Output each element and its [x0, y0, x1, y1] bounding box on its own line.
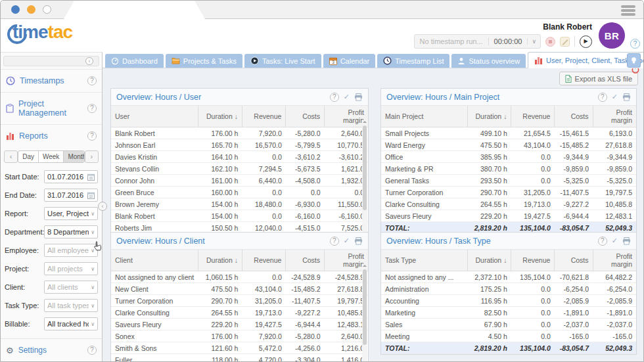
sidebar-collapse-bar[interactable]: ‹ [3, 56, 99, 66]
sidebar-item-reports[interactable]: Reports? [1, 124, 102, 147]
column-header-profit-margin[interactable]: Profit margin [593, 106, 636, 127]
help-icon[interactable]: ? [630, 39, 640, 49]
check-icon[interactable]: ✓ [612, 93, 618, 101]
period-option-week[interactable]: Week [38, 151, 63, 162]
vertical-scrollbar[interactable] [362, 263, 367, 362]
column-header-main-project[interactable]: Main Project [381, 106, 468, 127]
help-circle-icon[interactable]: ? [87, 76, 97, 85]
column-header-user[interactable]: User [111, 106, 198, 127]
scroll-up-icon[interactable] [363, 265, 367, 267]
help-circle-icon[interactable]: ? [87, 346, 97, 355]
next-period-button[interactable]: › [85, 150, 99, 163]
table-row: Fuller118.00 h4,720.0-3,304.01,416.0 [111, 354, 368, 362]
row-value: 118.00 h [198, 354, 242, 362]
help-circle-icon[interactable]: ? [87, 131, 97, 141]
hamburger-menu-icon[interactable] [621, 4, 635, 17]
column-header-duration[interactable]: Duration ↓ [468, 250, 511, 271]
lightbulb-icon [630, 57, 637, 65]
help-circle-icon[interactable]: ? [330, 237, 339, 246]
print-icon[interactable] [354, 93, 363, 101]
column-header-costs[interactable]: Costs [286, 250, 325, 271]
project-select[interactable]: All projects∨ [44, 262, 98, 275]
print-icon[interactable] [354, 237, 363, 245]
tab-tasks-live-start[interactable]: Tasks: Live Start [244, 54, 321, 68]
export-xls-button[interactable]: Export as XLS file [559, 72, 638, 85]
edit-icon[interactable] [560, 37, 570, 47]
table-row: Not assigned to any ...2,372.10 h135,104… [381, 271, 636, 283]
column-header-revenue[interactable]: Revenue [242, 250, 285, 271]
task-type-select[interactable]: All task types∨ [44, 299, 98, 312]
tab-timestamp-list[interactable]: Timestamp List [377, 54, 449, 68]
chevron-down-icon[interactable]: ∨ [91, 321, 95, 327]
check-icon[interactable]: ✓ [344, 93, 350, 101]
end-date-input[interactable]: 31.07.2016 [44, 189, 98, 202]
table-row: Stevans Collin162.10 h7,294.5-5,673.51,6… [111, 163, 368, 175]
chevron-down-icon[interactable]: ∨ [91, 211, 95, 217]
tab-calendar[interactable]: 3Calendar [323, 54, 376, 68]
employee-select[interactable]: All employees∨ [44, 244, 98, 257]
tab-dashboard[interactable]: Dashboard [105, 54, 164, 68]
chevron-down-icon[interactable]: ∨ [527, 38, 540, 45]
help-circle-icon[interactable]: ? [87, 104, 97, 113]
avatar[interactable]: BR [599, 22, 625, 49]
row-label: Davies Kristin [111, 151, 198, 163]
collapse-left-icon[interactable]: ‹ [85, 57, 93, 65]
column-header-costs[interactable]: Costs [555, 250, 593, 271]
report-select[interactable]: User, Project, ∨ [44, 207, 98, 220]
sidebar-item-settings[interactable]: ⚙ Settings ? [1, 338, 102, 361]
tab-status-overview[interactable]: Status overview [451, 54, 526, 68]
print-icon[interactable] [622, 237, 631, 245]
window-dot-white[interactable] [43, 5, 51, 14]
prev-period-button[interactable]: ‹ [4, 150, 18, 163]
lightbulb-button[interactable] [627, 53, 641, 68]
timestamp-bar[interactable]: No timestamp run... 00:00:00 ∨ [414, 34, 541, 49]
column-header-costs[interactable]: Costs [555, 106, 593, 127]
period-option-month[interactable]: Month [63, 151, 84, 162]
period-option-day[interactable]: Day [18, 151, 38, 162]
row-value: -165.0 [593, 330, 636, 342]
chevron-down-icon[interactable]: ∨ [91, 266, 95, 272]
column-header-revenue[interactable]: Revenue [242, 106, 285, 127]
print-icon[interactable] [622, 93, 631, 101]
period-selector: ‹ DayWeekMonth › [1, 147, 102, 168]
sidebar-splitter-collapse-icon[interactable]: ‹ [98, 202, 107, 211]
chevron-down-icon[interactable]: ∨ [91, 303, 95, 309]
help-circle-icon[interactable]: ? [598, 237, 607, 246]
department-select[interactable]: 8 Departments∨ [44, 225, 98, 238]
vertical-scrollbar[interactable] [362, 120, 367, 244]
scrollbar-thumb[interactable] [363, 125, 367, 210]
start-date-input[interactable]: 01.07.2016 [44, 170, 98, 183]
billable-select[interactable]: All tracked hou∨ [44, 317, 98, 330]
column-header-profit-margin[interactable]: Profit margin [593, 250, 636, 271]
check-icon[interactable]: ✓ [612, 237, 618, 245]
help-circle-icon[interactable]: ? [330, 93, 339, 102]
column-header-task-type[interactable]: Task Type [381, 250, 468, 271]
chevron-down-icon[interactable]: ∨ [91, 284, 95, 290]
column-header-client[interactable]: Client [111, 250, 198, 271]
scroll-up-icon[interactable] [363, 121, 367, 123]
tab-projects-tasks[interactable]: Projects & Tasks [166, 54, 242, 68]
chevron-down-icon[interactable]: ∨ [91, 229, 95, 235]
help-circle-icon[interactable]: ? [598, 93, 607, 102]
column-header-duration[interactable]: Duration ↓ [468, 106, 511, 127]
column-header-revenue[interactable]: Revenue [511, 106, 555, 127]
column-header-duration[interactable]: Duration ↓ [198, 250, 242, 271]
table-row: Brown Jeremy154.00 h18,480.0-6,930.011,5… [111, 198, 368, 210]
check-icon[interactable]: ✓ [344, 237, 350, 245]
sidebar-item-timestamps[interactable]: Timestamps? [1, 69, 102, 92]
row-label: Ward Energy [381, 139, 468, 151]
column-header-duration[interactable]: Duration ↓ [198, 106, 242, 127]
scrollbar-thumb[interactable] [363, 269, 367, 345]
browser-tab[interactable] [64, 1, 205, 19]
window-dot-blue[interactable] [11, 5, 20, 14]
window-dot-yellow[interactable] [27, 5, 35, 14]
column-header-revenue[interactable]: Revenue [511, 250, 555, 271]
stop-icon[interactable] [545, 37, 555, 47]
row-value: 176.00 h [198, 330, 242, 342]
data-table: ClientDuration ↓RevenueCostsProfit margi… [111, 250, 368, 362]
play-button[interactable]: ▶ [580, 35, 592, 48]
client-select[interactable]: All clients∨ [44, 281, 98, 294]
sidebar-item-project-management[interactable]: Project Management? [1, 92, 102, 124]
table-row: Blank Robert154.00 h0.0-6,160.0-6,160.0 [111, 210, 368, 222]
column-header-costs[interactable]: Costs [286, 106, 325, 127]
